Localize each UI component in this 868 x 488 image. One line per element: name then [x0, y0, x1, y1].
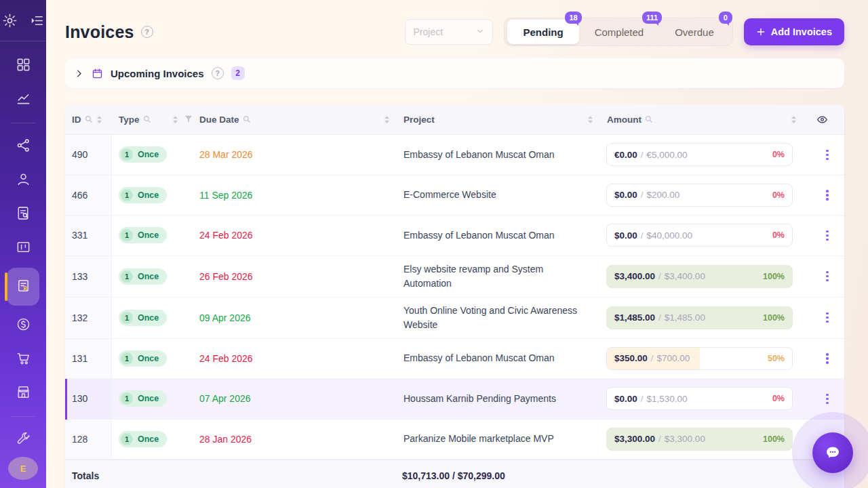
sorter-icon[interactable] [587, 116, 593, 123]
row-menu-dots-icon[interactable] [822, 308, 833, 327]
row-actions-cell [804, 140, 844, 171]
column-header-due-date[interactable]: Due Date [193, 104, 397, 134]
help-icon[interactable]: ? [141, 26, 153, 38]
row-due-cell: 28 Mar 2026 [193, 143, 397, 166]
amount-pill[interactable]: $1,485.00 / $1,485.00 100% [606, 306, 793, 329]
add-invoices-label: Add Invoices [771, 26, 832, 37]
row-amount-cell: $3,300.00 / $3,300.00 100% [600, 422, 804, 457]
sidebar-item-analytics[interactable] [7, 83, 39, 116]
sidebar-item-orders[interactable] [7, 343, 39, 375]
sidebar-item-tools[interactable] [7, 424, 39, 456]
column-header-type[interactable]: Type [112, 104, 193, 134]
tab-overdue-count-badge: 0 [719, 12, 732, 24]
type-badge: 1 Once [119, 431, 167, 447]
amount-percent: 0% [772, 190, 785, 200]
project-name: E-Commerce Website [397, 182, 600, 208]
due-date: 24 Feb 2026 [199, 353, 253, 364]
amount-total: $3,400.00 [665, 271, 705, 281]
amount-total: $1,485.00 [665, 312, 705, 323]
column-header-project[interactable]: Project [397, 104, 600, 134]
table-row[interactable]: 131 1 Once 24 Feb 2026 Embassy of Lebano… [65, 339, 844, 380]
chevron-right-icon[interactable] [74, 68, 84, 79]
sorter-icon[interactable] [791, 116, 797, 123]
amount-pill[interactable]: €0.00 / €5,000.00 0% [606, 143, 793, 166]
sidebar-item-invoices[interactable] [7, 268, 39, 306]
row-menu-dots-icon[interactable] [822, 226, 833, 245]
type-count: 1 [121, 312, 133, 324]
table-row[interactable]: 133 1 Once 26 Feb 2026 Elsy website reva… [65, 256, 844, 298]
column-header-amount[interactable]: Amount [600, 104, 804, 134]
row-due-cell: 24 Feb 2026 [193, 224, 397, 247]
search-icon[interactable] [645, 115, 653, 123]
sidebar-item-share[interactable] [7, 130, 39, 163]
collapse-menu-icon[interactable] [28, 12, 45, 29]
sidebar-divider [0, 41, 46, 41]
tab-pending[interactable]: Pending 18 [507, 20, 578, 44]
table-body: 490 1 Once 28 Mar 2026 Embassy of Lebano… [65, 135, 844, 460]
sidebar-item-contracts[interactable] [7, 198, 39, 230]
due-date: 09 Apr 2026 [199, 312, 251, 323]
totals-label: Totals [65, 470, 99, 481]
amount-separator: / [658, 434, 661, 444]
amount-pill[interactable]: $0.00 / $1,530.00 0% [606, 387, 793, 410]
totals-row: Totals $10,713.00 / $70,299.00 [65, 460, 844, 488]
amount-paid: $3,300.00 [614, 434, 655, 444]
row-menu-dots-icon[interactable] [822, 267, 833, 286]
search-icon[interactable] [243, 115, 251, 123]
invoice-icon [16, 278, 31, 296]
table-row[interactable]: 128 1 Once 28 Jan 2026 Parkanize Mobile … [65, 420, 844, 460]
type-count: 1 [121, 148, 133, 161]
sidebar-item-store[interactable] [7, 377, 39, 409]
project-filter-select[interactable]: Project [405, 19, 493, 45]
row-menu-dots-icon[interactable] [822, 186, 833, 205]
amount-separator: / [641, 230, 644, 241]
amount-paid: €0.00 [614, 150, 637, 160]
sidebar-item-clients[interactable] [7, 164, 39, 197]
row-type-cell: 1 Once [112, 425, 193, 453]
table-row[interactable]: 132 1 Once 09 Apr 2026 Youth Online Voti… [65, 298, 844, 339]
row-due-cell: 11 Sep 2026 [193, 184, 397, 207]
row-id-cell: 466 [65, 176, 112, 216]
table-row[interactable]: 331 1 Once 24 Feb 2026 Embassy of Lebano… [65, 216, 844, 256]
search-icon[interactable] [85, 115, 93, 123]
amount-pill[interactable]: $350.00 / $700.00 50% [606, 347, 793, 370]
status-tabs: Pending 18 Completed 111 Overdue 0 [504, 18, 732, 46]
add-invoices-button[interactable]: Add Invoices [744, 18, 844, 45]
sorter-icon[interactable] [384, 116, 390, 123]
help-icon[interactable]: ? [212, 67, 224, 79]
sorter-icon[interactable] [172, 116, 178, 123]
amount-pill[interactable]: $0.00 / $40,000.00 0% [606, 224, 793, 247]
column-header-actions [804, 104, 844, 134]
chat-button[interactable] [812, 432, 853, 473]
amount-pill[interactable]: $3,300.00 / $3,300.00 100% [606, 428, 793, 451]
sorter-icon[interactable] [96, 116, 102, 123]
sidebar-item-projects[interactable] [7, 232, 39, 264]
sidebar-item-dashboard[interactable] [7, 49, 39, 82]
visibility-eye-icon[interactable] [816, 114, 828, 125]
project-name: Embassy of Lebanon Muscat Oman [397, 142, 600, 168]
upcoming-count-badge: 2 [231, 66, 245, 80]
upcoming-invoices-bar[interactable]: Upcoming Invoices ? 2 [65, 58, 844, 88]
user-avatar[interactable]: E [8, 457, 38, 480]
table-row[interactable]: 490 1 Once 28 Mar 2026 Embassy of Lebano… [65, 135, 844, 176]
amount-pill[interactable]: $0.00 / $200.00 0% [606, 184, 793, 207]
type-count: 1 [121, 270, 133, 283]
row-menu-dots-icon[interactable] [822, 146, 833, 165]
row-amount-cell: $0.00 / $1,530.00 0% [600, 381, 804, 416]
search-icon[interactable] [143, 115, 151, 123]
amount-pill[interactable]: $3,400.00 / $3,400.00 100% [606, 265, 793, 288]
sidebar-item-payments[interactable] [7, 309, 39, 342]
tab-completed[interactable]: Completed 111 [579, 20, 660, 44]
row-menu-dots-icon[interactable] [822, 349, 833, 368]
tab-overdue[interactable]: Overdue 0 [659, 20, 730, 44]
amount-total: $3,300.00 [665, 434, 705, 444]
amount-percent: 0% [772, 230, 785, 240]
table-row[interactable]: 466 1 Once 11 Sep 2026 E-Commerce Websit… [65, 176, 844, 216]
settings-gear-icon[interactable] [1, 12, 18, 29]
row-menu-dots-icon[interactable] [822, 390, 833, 409]
table-row[interactable]: 130 1 Once 07 Apr 2026 Houssam Karnib Pe… [65, 379, 844, 420]
filter-funnel-icon[interactable] [184, 115, 193, 123]
page-title: Invoices [65, 22, 134, 42]
column-header-id[interactable]: ID [65, 104, 112, 134]
amount-total: $1,530.00 [647, 394, 688, 404]
